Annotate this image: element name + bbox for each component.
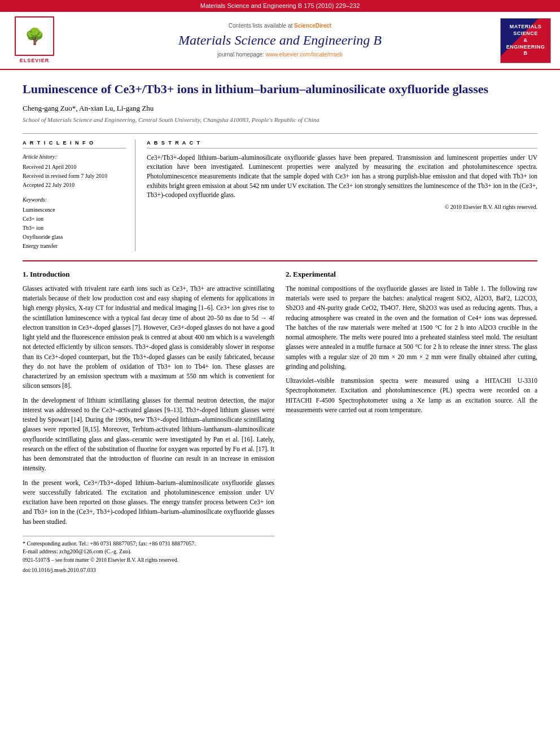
journal-center: Contents lists available at ScienceDirec…	[67, 22, 493, 59]
journal-header: 🌳 ELSEVIER Contents lists available at S…	[0, 12, 560, 70]
article-authors: Cheng-gang Zuo*, An-xian Lu, Li-gang Zhu	[23, 103, 537, 113]
article-meta: A R T I C L E I N F O Article history: R…	[23, 133, 537, 251]
journal-title: Materials Science and Engineering B	[67, 32, 493, 49]
keywords-label: Keywords:	[23, 196, 126, 204]
abstract-label: A B S T R A C T	[147, 139, 537, 148]
main-content: 1. Introduction Glasses activated with t…	[23, 260, 537, 574]
keyword-1: Luminescence	[23, 206, 126, 214]
intro-paragraph-2: In the development of lithium scintillat…	[23, 396, 274, 474]
keyword-4: Oxyfluoride glass	[23, 233, 126, 241]
keyword-5: Energy transfer	[23, 242, 126, 250]
exp-paragraph-2: Ultraviolet–visible transmission spectra…	[286, 376, 537, 415]
sciencedirect-line: Contents lists available at ScienceDirec…	[67, 22, 493, 30]
introduction-heading: 1. Introduction	[23, 269, 274, 279]
keyword-3: Tb3+ ion	[23, 224, 126, 232]
article-info-col: A R T I C L E I N F O Article history: R…	[23, 139, 135, 251]
journal-citation: Materials Science and Engineering B 175 …	[200, 2, 360, 9]
journal-logo-right: MATERIALS SCIENCE & ENGINEERING B	[500, 18, 551, 63]
email-note: E-mail address: zchg200@126.com (C.-g. Z…	[23, 548, 274, 556]
accepted-date: Accepted 22 July 2010	[23, 181, 126, 189]
elsevier-name: ELSEVIER	[20, 57, 50, 64]
article-title: Luminescence of Ce3+/Tb3+ ions in lithiu…	[23, 81, 537, 98]
corresponding-note: * Corresponding author. Tel.: +86 0731 8…	[23, 540, 274, 548]
elsevier-logo-box: 🌳	[15, 16, 54, 56]
logo-right-title: MATERIALS SCIENCE & ENGINEERING B	[506, 24, 545, 56]
article-body: Luminescence of Ce3+/Tb3+ ions in lithiu…	[0, 70, 560, 586]
issn-line: 0921-5107/$ – see front matter © 2010 El…	[23, 557, 274, 564]
copyright-line: © 2010 Elsevier B.V. All rights reserved…	[147, 203, 537, 211]
experimental-heading: 2. Experimental	[286, 269, 537, 279]
journal-homepage: journal homepage: www.elsevier.com/locat…	[67, 51, 493, 59]
article-affiliation: School of Materials Science and Engineer…	[23, 116, 537, 124]
footnotes: * Corresponding author. Tel.: +86 0731 8…	[23, 536, 274, 574]
keyword-2: Ce3+ ion	[23, 215, 126, 223]
experimental-section: 2. Experimental The nominal compositions…	[286, 269, 537, 574]
received-date: Received 21 April 2010	[23, 163, 126, 171]
elsevier-logo: 🌳 ELSEVIER	[9, 16, 60, 64]
tree-icon: 🌳	[25, 25, 45, 47]
top-bar: Materials Science and Engineering B 175 …	[0, 0, 560, 12]
abstract-col: A B S T R A C T Ce3+/Tb3+-doped lithium–…	[147, 139, 537, 251]
introduction-section: 1. Introduction Glasses activated with t…	[23, 269, 274, 574]
homepage-link[interactable]: www.elsevier.com/locate/mseb	[266, 51, 343, 58]
intro-paragraph-3: In the present work, Ce3+/Tb3+-doped lit…	[23, 478, 274, 527]
doi-line: doi:10.1016/j.mseb.2010.07.033	[23, 566, 274, 574]
intro-paragraph-1: Glasses activated with trivalent rare ea…	[23, 284, 274, 391]
abstract-text: Ce3+/Tb3+-doped lithium–barium–aluminosi…	[147, 153, 537, 200]
article-info-label: A R T I C L E I N F O	[23, 139, 126, 148]
history-label: Article history:	[23, 153, 126, 161]
exp-paragraph-1: The nominal compositions of the oxyfluor…	[286, 284, 537, 372]
received-revised-date: Received in revised form 7 July 2010	[23, 172, 126, 180]
sciencedirect-link[interactable]: ScienceDirect	[294, 23, 331, 29]
